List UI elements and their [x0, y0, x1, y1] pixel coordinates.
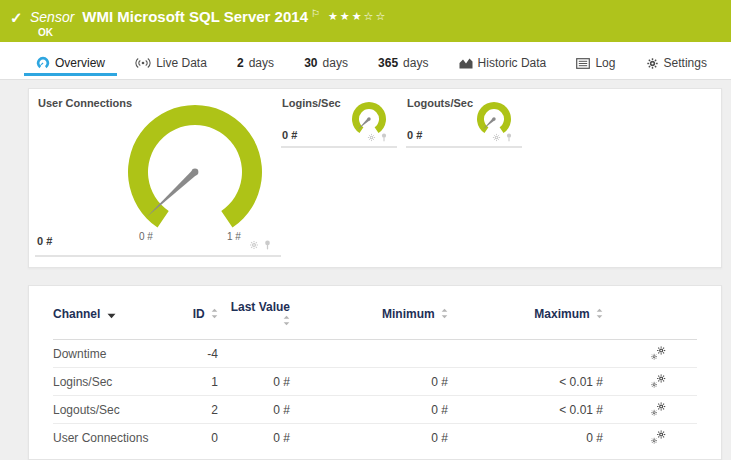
pin-icon[interactable]: [380, 133, 388, 142]
logins-per-sec-gauge: [351, 101, 387, 137]
column-header-minimum[interactable]: Minimum: [290, 307, 448, 321]
channel-gear-icon[interactable]: [249, 240, 259, 250]
channel-id: 1: [173, 375, 218, 389]
channel-maximum: 0 #: [448, 431, 603, 445]
channel-last-value: 0 #: [218, 431, 290, 445]
tab-365-days[interactable]: 365 days: [366, 56, 440, 79]
gauge-icon: [36, 56, 50, 70]
pin-icon[interactable]: [505, 133, 513, 142]
broadcast-icon: [135, 57, 151, 69]
sort-icon: [211, 308, 218, 319]
tab-label: Live Data: [156, 56, 207, 70]
channel-name[interactable]: User Connections: [53, 431, 173, 445]
main-gauge-value: 0 #: [37, 235, 52, 247]
tab-bar: Overview Live Data 2 days 30 days 365 da…: [0, 42, 731, 80]
channels-panel: Channel ID Last Value Minimum Maximum: [28, 285, 722, 460]
flag-icon[interactable]: ⚐: [311, 8, 320, 19]
table-header-row: Channel ID Last Value Minimum Maximum: [53, 288, 697, 340]
tab-historic-data[interactable]: Historic Data: [447, 56, 559, 79]
column-label: Last Value: [231, 300, 290, 314]
column-header-id[interactable]: ID: [173, 307, 218, 321]
channel-minimum: 0 #: [290, 375, 448, 389]
column-header-maximum[interactable]: Maximum: [448, 307, 603, 321]
tab-label: days: [249, 56, 274, 70]
edit-channel-icon[interactable]: [651, 346, 667, 362]
column-label: ID: [193, 307, 205, 321]
channel-minimum: 0 #: [290, 403, 448, 417]
edit-channel-icon[interactable]: [651, 402, 667, 418]
sort-icon: [283, 315, 290, 326]
gauges-panel: User Connections 0 # 0 # 1 # Logins/Sec …: [28, 88, 722, 268]
channel-id: -4: [173, 347, 218, 361]
channel-name[interactable]: Logins/Sec: [53, 375, 173, 389]
table-row: User Connections 0 0 # 0 # 0 #: [53, 424, 697, 452]
sort-icon: [441, 308, 448, 319]
area-chart-icon: [459, 57, 473, 69]
channel-maximum: < 0.01 #: [448, 375, 603, 389]
tab-number: 2: [237, 56, 244, 70]
channel-last-value: 0 #: [218, 375, 290, 389]
channel-name[interactable]: Logouts/Sec: [53, 403, 173, 417]
channel-name[interactable]: Downtime: [53, 347, 173, 361]
tab-2-days[interactable]: 2 days: [225, 56, 286, 79]
tab-label: Log: [595, 56, 615, 70]
sensor-kind-label: Sensor: [30, 9, 74, 25]
logouts-per-sec-gauge: [476, 101, 512, 137]
edit-channel-icon[interactable]: [651, 430, 667, 446]
divider: [406, 146, 522, 148]
user-connections-gauge: [122, 99, 268, 245]
sort-icon: [596, 308, 603, 319]
log-list-icon: [576, 58, 590, 69]
main-gauge-scale-max: 1 #: [227, 231, 241, 242]
column-header-last-value[interactable]: Last Value: [218, 300, 290, 328]
edit-channel-icon[interactable]: [651, 374, 667, 390]
page-title: WMI Microsoft SQL Server 2014: [82, 8, 308, 25]
channel-gear-icon[interactable]: [367, 133, 376, 142]
channel-id: 0: [173, 431, 218, 445]
table-row: Downtime -4: [53, 340, 697, 368]
channel-last-value: 0 #: [218, 403, 290, 417]
channel-maximum: < 0.01 #: [448, 403, 603, 417]
main-gauge-title: User Connections: [38, 97, 132, 109]
status-check-icon: ✓: [10, 9, 23, 27]
tab-settings[interactable]: Settings: [634, 56, 719, 79]
tab-label: Overview: [55, 56, 105, 70]
tab-overview[interactable]: Overview: [24, 56, 117, 79]
tab-log[interactable]: Log: [564, 56, 627, 79]
main-gauge-scale-min: 0 #: [139, 231, 153, 242]
tab-30-days[interactable]: 30 days: [292, 56, 360, 79]
tab-label: days: [403, 56, 428, 70]
tab-label: Settings: [664, 56, 707, 70]
tab-number: 365: [378, 56, 398, 70]
sort-desc-icon: [107, 313, 116, 319]
gear-icon: [646, 57, 659, 70]
column-label: Maximum: [534, 307, 589, 321]
divider: [281, 146, 397, 148]
column-label: Minimum: [382, 307, 435, 321]
mini-gauge-value: 0 #: [282, 129, 297, 141]
mini-gauge-value: 0 #: [407, 129, 422, 141]
tab-live-data[interactable]: Live Data: [123, 56, 219, 79]
channel-gear-icon[interactable]: [492, 133, 501, 142]
column-header-channel[interactable]: Channel: [53, 307, 173, 321]
table-row: Logins/Sec 1 0 # 0 # < 0.01 #: [53, 368, 697, 396]
channel-minimum: 0 #: [290, 431, 448, 445]
table-row: Logouts/Sec 2 0 # 0 # < 0.01 #: [53, 396, 697, 424]
mini-gauge-title: Logins/Sec: [282, 97, 341, 109]
mini-gauge-title: Logouts/Sec: [407, 97, 473, 109]
divider: [35, 255, 281, 257]
tab-number: 30: [304, 56, 317, 70]
tab-label: Historic Data: [478, 56, 547, 70]
pin-icon[interactable]: [263, 240, 272, 250]
channel-id: 2: [173, 403, 218, 417]
status-badge: OK: [38, 27, 53, 38]
tab-label: days: [323, 56, 348, 70]
sensor-header: ✓ Sensor WMI Microsoft SQL Server 2014 ⚐…: [0, 0, 731, 42]
column-label: Channel: [53, 307, 100, 321]
priority-stars[interactable]: ★★★☆☆: [328, 10, 387, 23]
